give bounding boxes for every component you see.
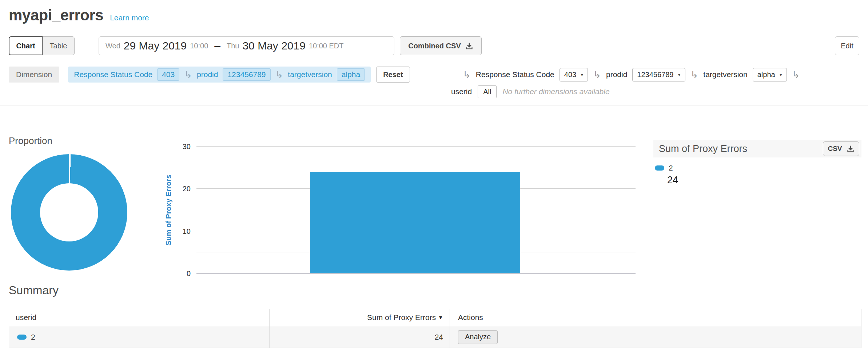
summary-table-header: userid Sum of Proxy Errors ▼ Actions	[9, 309, 861, 326]
gridline	[196, 146, 636, 147]
table-view-button[interactable]: Table	[43, 36, 75, 55]
level-down-icon: ↳	[275, 70, 283, 79]
view-toggle: Chart Table	[9, 36, 75, 55]
selector-dropdown-prodid[interactable]: 123456789 ▾	[632, 68, 685, 81]
toolbar: Chart Table Wed 29 May 2019 10:00 – Thu …	[9, 36, 859, 55]
chevron-down-icon: ▾	[678, 72, 680, 77]
page-title: myapi_errors	[9, 7, 103, 24]
combined-csv-button[interactable]: Combined CSV	[400, 36, 482, 55]
no-more-dimensions-note: No further dimensions available	[502, 87, 609, 96]
proportion-title: Proportion	[9, 135, 52, 147]
donut-hole	[40, 183, 98, 241]
csv-label: CSV	[828, 145, 842, 153]
end-day: Thu	[227, 42, 239, 50]
start-date: 29 May 2019	[124, 40, 187, 52]
breadcrumb-value-prodid[interactable]: 123456789	[223, 68, 270, 81]
y-tick-label: 20	[183, 185, 191, 192]
selector-label-response-status-code: Response Status Code	[476, 70, 554, 79]
proportion-chart	[9, 151, 155, 276]
cell-actions: Analyze	[450, 326, 861, 348]
chevron-down-icon: ▾	[780, 72, 782, 77]
y-tick-label: 10	[183, 228, 191, 235]
selector-label-prodid: prodid	[606, 70, 627, 79]
dimension-row-2: userid All No further dimensions availab…	[451, 84, 610, 100]
y-tick-label: 30	[183, 143, 191, 150]
legend-value: 24	[667, 175, 861, 186]
summary-table: userid Sum of Proxy Errors ▼ Actions 2 2…	[9, 309, 861, 348]
y-tick-label: 0	[187, 270, 191, 277]
combined-csv-label: Combined CSV	[408, 42, 461, 50]
legend-label: 2	[669, 164, 673, 172]
end-time: 10:00 EDT	[309, 42, 344, 50]
column-header-sum-label: Sum of Proxy Errors	[367, 313, 436, 322]
cell-userid-value: 2	[31, 333, 35, 341]
learn-more-link[interactable]: Learn more	[110, 13, 149, 22]
selected-value: 403	[564, 71, 576, 79]
analyze-button[interactable]: Analyze	[458, 330, 498, 344]
breadcrumb-name-response-status-code: Response Status Code	[74, 70, 152, 79]
section-divider	[0, 105, 868, 105]
breadcrumb-value-403[interactable]: 403	[157, 68, 179, 81]
y-axis-title: Sum of Proxy Errors	[164, 147, 173, 273]
legend-item[interactable]: 2	[655, 164, 861, 172]
legend-panel: Sum of Proxy Errors CSV 2 24	[653, 140, 861, 186]
level-down-icon: ↳	[690, 70, 698, 79]
column-header-actions: Actions	[450, 309, 861, 326]
legend-swatch	[655, 165, 664, 171]
level-down-icon: ↳	[792, 70, 800, 79]
report-page: myapi_errors Learn more Chart Table Wed …	[0, 0, 868, 352]
end-date: 30 May 2019	[242, 40, 305, 52]
edit-button[interactable]: Edit	[835, 36, 859, 55]
dimension-label: Dimension	[9, 67, 59, 83]
date-range-picker[interactable]: Wed 29 May 2019 10:00 – Thu 30 May 2019 …	[99, 36, 394, 55]
legend-panel-header: Sum of Proxy Errors CSV	[653, 140, 861, 157]
level-down-icon: ↳	[593, 70, 601, 79]
selector-userid-all[interactable]: All	[478, 85, 497, 98]
breadcrumb-name-targetversion: targetversion	[288, 70, 332, 79]
dimension-row: Dimension Response Status Code 403 ↳ pro…	[9, 66, 859, 83]
page-header: myapi_errors Learn more	[9, 7, 149, 24]
column-header-userid: userid	[9, 309, 270, 326]
bar-sum-of-proxy-errors[interactable]	[310, 172, 520, 273]
bar-chart-plot: 0102030	[196, 147, 636, 273]
download-icon	[847, 145, 855, 153]
selected-value: alpha	[757, 71, 775, 79]
dimension-selectors: ↳ Response Status Code 403 ▾ ↳ prodid 12…	[463, 66, 800, 83]
reset-button[interactable]: Reset	[376, 67, 410, 83]
breadcrumb-value-alpha[interactable]: alpha	[337, 68, 365, 81]
start-time: 10:00	[190, 42, 208, 50]
chevron-down-icon: ▾	[581, 72, 583, 77]
donut-chart[interactable]	[11, 154, 127, 271]
level-down-icon: ↳	[463, 70, 471, 79]
cell-sum: 24	[270, 326, 450, 348]
cell-userid: 2	[9, 326, 270, 348]
selector-label-targetversion: targetversion	[703, 70, 747, 79]
table-row: 2 24 Analyze	[9, 326, 861, 348]
sort-desc-icon: ▼	[438, 315, 443, 320]
column-header-sum[interactable]: Sum of Proxy Errors ▼	[270, 309, 450, 326]
csv-button[interactable]: CSV	[823, 141, 859, 156]
summary-title: Summary	[9, 284, 59, 297]
legend-swatch	[17, 335, 27, 340]
selector-dropdown-targetversion[interactable]: alpha ▾	[753, 68, 787, 81]
breadcrumb-name-prodid: prodid	[197, 70, 218, 79]
legend-panel-title: Sum of Proxy Errors	[659, 143, 747, 155]
dimension-breadcrumb: Response Status Code 403 ↳ prodid 123456…	[68, 67, 371, 83]
start-day: Wed	[105, 42, 120, 50]
level-down-icon: ↳	[184, 70, 192, 79]
download-icon	[465, 42, 473, 50]
selector-dropdown-response-status-code[interactable]: 403 ▾	[560, 68, 588, 81]
selector-label-userid: userid	[451, 87, 472, 96]
x-axis-line	[196, 273, 636, 273]
range-separator: –	[214, 40, 220, 52]
selected-value: 123456789	[637, 71, 673, 79]
chart-view-button[interactable]: Chart	[9, 36, 43, 55]
